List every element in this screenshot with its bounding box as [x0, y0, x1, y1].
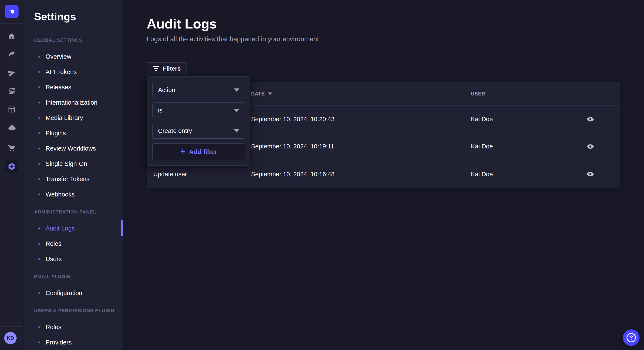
- subnav-item-label: Media Library: [46, 114, 83, 121]
- gear-icon: [8, 162, 16, 171]
- cloud-icon[interactable]: [6, 122, 18, 134]
- subnav-item-label: Providers: [46, 339, 72, 346]
- subnav-item-roles-admin[interactable]: Roles: [34, 236, 122, 251]
- subnav-title: Settings: [34, 11, 122, 23]
- view-log-button[interactable]: [584, 169, 596, 180]
- cart-icon[interactable]: [6, 143, 18, 154]
- main-nav-sidebar: KD: [0, 0, 24, 350]
- subnav-item-label: Internationalization: [46, 99, 97, 106]
- subnav-title-rule: [34, 30, 44, 30]
- subnav-item-label: Roles: [46, 324, 61, 331]
- bullet-dot: [38, 178, 40, 180]
- subnav-item-label: API Tokens: [46, 68, 77, 75]
- question-mark-icon: ?: [626, 333, 636, 342]
- media-library-icon[interactable]: [6, 85, 18, 97]
- eye-icon: [586, 116, 594, 123]
- subnav-item-releases[interactable]: Releases: [34, 80, 122, 95]
- subnav-item-providers[interactable]: Providers: [34, 335, 122, 350]
- bullet-dot: [38, 163, 40, 165]
- subnav-item-review-workflows[interactable]: Review Workflows: [34, 141, 122, 156]
- subnav-item-users[interactable]: Users: [34, 251, 122, 267]
- feather-content-icon[interactable]: [6, 49, 18, 60]
- sort-desc-icon: [268, 93, 272, 95]
- date-cell: September 10, 2024, 10:19:11: [251, 143, 471, 150]
- bullet-dot: [38, 86, 40, 88]
- section-administration-panel: ADMINISTRATION PANEL Audit Logs Roles Us…: [34, 210, 122, 267]
- user-cell: Kai Doe: [471, 116, 582, 123]
- page-subtitle: Logs of all the activities that happened…: [147, 35, 319, 43]
- subnav-item-label: Audit Logs: [46, 225, 75, 232]
- subnav-item-label: Releases: [46, 84, 71, 91]
- bullet-dot: [38, 71, 40, 73]
- filter-operator-select[interactable]: is: [152, 103, 245, 118]
- subnav-item-configuration[interactable]: Configuration: [34, 285, 122, 301]
- subnav-item-label: Users: [46, 256, 62, 263]
- bullet-dot: [38, 342, 40, 344]
- strapi-logo[interactable]: [5, 5, 18, 18]
- select-value: is: [158, 107, 162, 114]
- active-item-indicator: [121, 220, 123, 236]
- bullet-dot: [38, 258, 40, 260]
- layout-builder-icon[interactable]: [6, 104, 18, 115]
- filter-icon: [153, 66, 159, 71]
- bullet-dot: [38, 148, 40, 150]
- view-log-button[interactable]: [584, 114, 596, 125]
- subnav-item-media-library[interactable]: Media Library: [34, 110, 122, 126]
- select-value: Create entry: [158, 127, 192, 134]
- column-header-label: USER: [471, 91, 485, 97]
- settings-subnav: Settings GLOBAL SETTINGS Overview API To…: [24, 0, 122, 350]
- section-label: USERS & PERMISSIONS PLUGIN: [34, 308, 122, 313]
- filters-button-label: Filters: [163, 65, 180, 72]
- action-cell: Update user: [147, 171, 251, 178]
- filter-field-select[interactable]: Action: [152, 82, 245, 98]
- user-cell: Kai Doe: [471, 171, 582, 178]
- subnav-item-api-tokens[interactable]: API Tokens: [34, 64, 122, 80]
- avatar[interactable]: KD: [4, 332, 16, 344]
- filter-popover: Action is Create entry + Add filter: [147, 76, 250, 166]
- sidebar-divider: [0, 23, 24, 24]
- bullet-dot: [38, 132, 40, 134]
- paper-plane-icon[interactable]: [6, 67, 18, 79]
- filters-button[interactable]: Filters: [147, 62, 187, 75]
- user-cell: Kai Doe: [471, 143, 582, 150]
- subnav-item-label: Configuration: [46, 290, 82, 297]
- subnav-item-label: Roles: [46, 240, 61, 247]
- subnav-item-label: Single Sign-On: [46, 160, 87, 167]
- filter-value-select[interactable]: Create entry: [152, 123, 245, 139]
- bullet-dot: [38, 227, 40, 229]
- add-filter-button[interactable]: + Add filter: [152, 143, 245, 160]
- subnav-item-webhooks[interactable]: Webhooks: [34, 187, 122, 202]
- subnav-item-roles-up[interactable]: Roles: [34, 319, 122, 335]
- subnav-item-internationalization[interactable]: Internationalization: [34, 95, 122, 110]
- strapi-logo-icon: [8, 8, 16, 15]
- add-filter-label: Add filter: [189, 148, 217, 156]
- main-content: Audit Logs Logs of all the activities th…: [123, 0, 644, 350]
- home-icon[interactable]: [6, 31, 18, 42]
- plus-icon: +: [180, 147, 185, 156]
- bullet-dot: [38, 326, 40, 328]
- subnav-item-label: Review Workflows: [46, 145, 96, 152]
- help-button[interactable]: ?: [623, 329, 640, 346]
- subnav-item-audit-logs[interactable]: Audit Logs: [34, 221, 122, 236]
- chevron-down-icon: [234, 109, 239, 112]
- select-value: Action: [158, 87, 175, 94]
- eye-icon: [586, 170, 594, 178]
- chevron-down-icon: [234, 129, 239, 133]
- subnav-item-overview[interactable]: Overview: [34, 49, 122, 64]
- subnav-item-transfer-tokens[interactable]: Transfer Tokens: [34, 172, 122, 187]
- bullet-dot: [38, 117, 40, 119]
- subnav-item-single-sign-on[interactable]: Single Sign-On: [34, 156, 122, 172]
- subnav-item-label: Webhooks: [46, 191, 75, 198]
- subnav-item-label: Transfer Tokens: [46, 176, 90, 183]
- view-log-button[interactable]: [584, 141, 596, 152]
- settings-nav-item[interactable]: [5, 160, 18, 173]
- bullet-dot: [38, 56, 40, 58]
- subnav-item-label: Overview: [46, 53, 71, 60]
- sidebar-divider: [0, 326, 24, 327]
- page-title: Audit Logs: [147, 16, 217, 31]
- column-header-date[interactable]: DATE: [251, 91, 471, 97]
- date-cell: September 10, 2024, 10:16:48: [251, 171, 471, 178]
- column-header-user: USER: [471, 91, 582, 97]
- subnav-item-plugins[interactable]: Plugins: [34, 126, 122, 141]
- section-label: EMAIL PLUGIN: [34, 274, 122, 279]
